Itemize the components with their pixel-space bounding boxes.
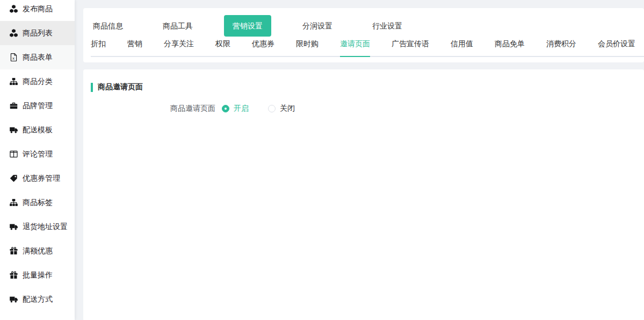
truck-icon [9,126,18,134]
subtab-share-follow[interactable]: 分享关注 [164,39,194,56]
sidebar-item-batch-operation[interactable]: 批量操作 [0,263,75,287]
subtab-consumption-points[interactable]: 消费积分 [546,39,576,56]
tab-product-tools[interactable]: 商品工具 [154,15,201,37]
main-area: 商品信息 商品工具 营销设置 分润设置 行业设置 折扣 营销 分享关注 权限 优… [83,0,644,320]
section-accent-bar [91,83,93,92]
svg-text:x: x [12,56,14,61]
gift-icon [9,247,18,255]
truck-icon [9,223,18,231]
sidebar-menu: 发布商品 商品列表 x 商品表单 商品分类 品牌管理 [0,0,75,311]
sidebar-item-return-address-settings[interactable]: 退货地址设置 [0,215,75,239]
sidebar-item-product-category[interactable]: 商品分类 [0,69,75,94]
sidebar-item-label: 配送方式 [23,295,53,304]
subtab-permissions[interactable]: 权限 [215,39,230,56]
sidebar-item-full-amount-discount[interactable]: 满额优惠 [0,239,75,263]
section-title: 商品邀请页面 [98,82,143,92]
briefcase-icon [9,102,18,110]
subtab-ad-slogan[interactable]: 广告宣传语 [392,39,429,56]
subtab-discount[interactable]: 折扣 [91,39,106,56]
radio-enable-dot[interactable] [222,105,229,112]
sidebar-item-label: 商品标签 [23,198,53,208]
sidebar: 发布商品 商品列表 x 商品表单 商品分类 品牌管理 [0,0,75,320]
content-card: 商品邀请页面 商品邀请页面 开启 关闭 [83,69,644,320]
subtab-product-free-order[interactable]: 商品免单 [495,39,525,56]
tab-profit-sharing-settings[interactable]: 分润设置 [294,15,341,37]
sidebar-item-product-list[interactable]: 商品列表 [0,21,75,45]
sidebar-item-brand-management[interactable]: 品牌管理 [0,94,75,118]
tabs-card: 商品信息 商品工具 营销设置 分润设置 行业设置 折扣 营销 分享关注 权限 优… [83,8,644,62]
radio-disable[interactable]: 关闭 [268,104,295,113]
sidebar-item-delivery-method[interactable]: 配送方式 [0,287,75,311]
subtab-flash-sale[interactable]: 限时购 [296,39,319,56]
sidebar-item-product-tags[interactable]: 商品标签 [0,190,75,215]
cubes-icon [9,5,18,13]
sidebar-item-label: 批量操作 [23,271,53,280]
sitemap-icon [9,77,18,86]
section-header: 商品邀请页面 [91,82,644,92]
radio-disable-dot[interactable] [268,105,276,112]
sidebar-item-label: 品牌管理 [23,101,53,111]
sidebar-item-label: 发布商品 [23,4,53,14]
invite-page-form-label: 商品邀请页面 [83,104,222,113]
radio-enable-label: 开启 [234,104,249,113]
sidebar-item-label: 商品表单 [23,53,53,62]
subtab-marketing[interactable]: 营销 [127,39,142,56]
sidebar-item-label: 商品分类 [23,77,53,87]
subtab-credit-value[interactable]: 信用值 [451,39,473,56]
sidebar-item-label: 优惠券管理 [23,174,60,183]
sitemap-icon [9,198,18,207]
gift-icon [9,271,18,280]
subtab-invite-page[interactable]: 邀请页面 [340,39,370,56]
primary-tabs: 商品信息 商品工具 营销设置 分润设置 行业设置 [84,15,644,37]
radio-disable-label: 关闭 [280,104,295,113]
tag-icon [9,174,18,183]
sidebar-item-label: 退货地址设置 [23,222,68,232]
sidebar-item-comment-management[interactable]: 评论管理 [0,142,75,166]
sidebar-item-label: 评论管理 [23,150,53,159]
tab-marketing-settings[interactable]: 营销设置 [224,15,271,37]
sidebar-item-product-form[interactable]: x 商品表单 [0,45,75,69]
sidebar-item-label: 满额优惠 [23,246,53,256]
tab-industry-settings[interactable]: 行业设置 [364,15,411,37]
cubes-icon [9,29,18,38]
subtab-coupon[interactable]: 优惠券 [252,39,274,56]
invite-page-radio-group: 开启 关闭 [222,104,295,113]
sidebar-item-publish-product[interactable]: 发布商品 [0,0,75,21]
sidebar-item-label: 配送模板 [23,125,53,135]
radio-enable[interactable]: 开启 [222,104,249,113]
file-x-icon: x [9,53,18,62]
sidebar-item-label: 商品列表 [23,29,53,38]
subtab-member-price-settings[interactable]: 会员价设置 [598,39,635,56]
tab-product-info[interactable]: 商品信息 [84,15,132,37]
truck-icon [9,295,18,304]
sidebar-item-coupon-management[interactable]: 优惠券管理 [0,166,75,190]
columns-icon [9,150,18,159]
invite-page-form-row: 商品邀请页面 开启 关闭 [83,104,644,113]
sidebar-item-delivery-template[interactable]: 配送模板 [0,118,75,142]
secondary-tabs: 折扣 营销 分享关注 权限 优惠券 限时购 邀请页面 广告宣传语 信用值 商品免… [91,38,644,57]
